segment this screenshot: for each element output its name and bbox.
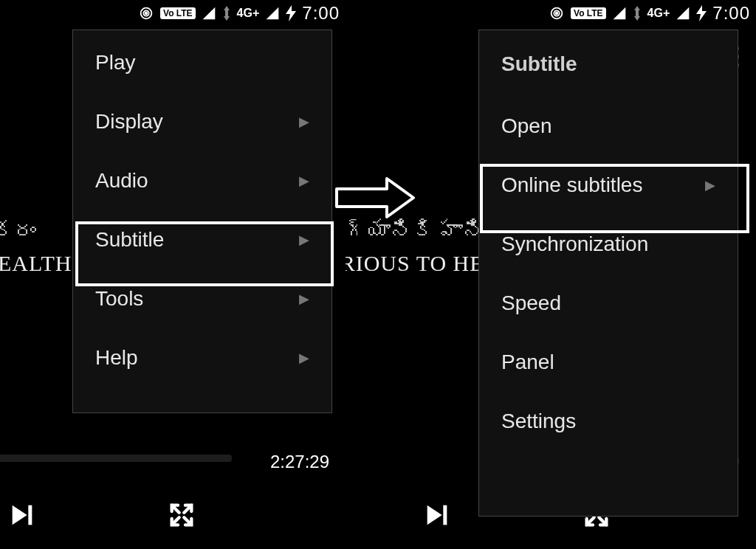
network-label: 4G+	[237, 7, 260, 20]
menu-label: Open	[501, 114, 552, 138]
chevron-right-icon: ▶	[299, 291, 309, 307]
chevron-right-icon: ▶	[705, 177, 715, 193]
menu-label: Play	[95, 51, 135, 75]
menu-item-online-subtitles[interactable]: Online subtitles ▶	[479, 156, 738, 215]
menu-label: Settings	[501, 410, 576, 433]
annotation-arrow-icon	[335, 174, 416, 221]
menu-label: Synchronization	[501, 232, 648, 256]
seek-row: 2:27:29	[0, 452, 346, 472]
phone-right: Vo LTE 4G+ 7:00 HW	[346, 0, 756, 549]
menu-label: Help	[95, 346, 138, 370]
menu-label: Display	[95, 110, 163, 134]
menu-item-panel[interactable]: Panel	[479, 333, 738, 392]
menu-item-tools[interactable]: Tools ▶	[73, 269, 331, 328]
chevron-right-icon: ▶	[299, 173, 309, 189]
menu-item-play[interactable]: Play	[73, 33, 331, 92]
svg-point-9	[556, 13, 558, 15]
main-menu: Play Display ▶ Audio ▶ Subtitle ▶ Tools …	[72, 30, 332, 413]
svg-point-2	[145, 13, 148, 15]
data-icon	[633, 6, 642, 21]
menu-item-help[interactable]: Help ▶	[73, 328, 331, 387]
skip-next-icon[interactable]	[7, 500, 37, 530]
signal2-icon	[265, 6, 280, 21]
menu-item-settings[interactable]: Settings	[479, 392, 738, 451]
status-bar: Vo LTE 4G+ 7:00	[0, 0, 346, 27]
phone-left: Vo LTE 4G+ 7:00 HW	[0, 0, 346, 549]
clock: 7:00	[712, 3, 750, 24]
menu-item-display[interactable]: Display ▶	[73, 92, 331, 151]
subtitle-submenu: Subtitle Open Online subtitles ▶ Synchro…	[478, 30, 738, 517]
menu-item-subtitle[interactable]: Subtitle ▶	[73, 210, 331, 269]
status-bar: Vo LTE 4G+ 7:00	[346, 0, 756, 27]
signal-icon	[202, 6, 216, 21]
menu-title: Subtitle	[479, 33, 738, 97]
fullscreen-icon[interactable]	[167, 500, 196, 530]
warning-telugu: ికి హానికరం	[0, 218, 35, 244]
menu-label: Audio	[95, 169, 148, 193]
volte-badge: Vo LTE	[160, 7, 196, 19]
volte-badge: Vo LTE	[571, 7, 606, 19]
cast-icon	[138, 5, 154, 21]
chevron-right-icon: ▶	[299, 232, 309, 248]
svg-rect-13	[443, 505, 447, 525]
comparison-stage: Vo LTE 4G+ 7:00 HW	[0, 0, 756, 549]
menu-item-speed[interactable]: Speed	[479, 274, 738, 333]
menu-item-open[interactable]: Open	[479, 97, 738, 156]
cast-icon	[549, 5, 565, 21]
skip-next-icon[interactable]	[422, 500, 452, 530]
duration-label: 2:27:29	[270, 452, 329, 472]
clock: 7:00	[302, 3, 340, 24]
data-icon	[222, 6, 231, 21]
menu-item-audio[interactable]: Audio ▶	[73, 151, 331, 210]
bottom-controls	[0, 481, 346, 549]
signal-icon	[612, 6, 627, 21]
svg-rect-6	[28, 505, 32, 525]
warning-english: US TO HEALTH	[0, 251, 72, 276]
charging-icon	[696, 5, 707, 21]
signal2-icon	[676, 6, 690, 21]
seek-bar[interactable]	[0, 455, 232, 462]
menu-label: Online subtitles	[501, 173, 642, 197]
network-label: 4G+	[647, 7, 670, 20]
menu-label: Tools	[95, 287, 143, 311]
chevron-right-icon: ▶	[299, 114, 309, 130]
charging-icon	[286, 5, 296, 21]
menu-item-synchronization[interactable]: Synchronization	[479, 215, 738, 274]
chevron-right-icon: ▶	[299, 350, 309, 366]
menu-label: Speed	[501, 291, 561, 315]
menu-label: Panel	[501, 351, 554, 374]
menu-label: Subtitle	[95, 228, 164, 252]
